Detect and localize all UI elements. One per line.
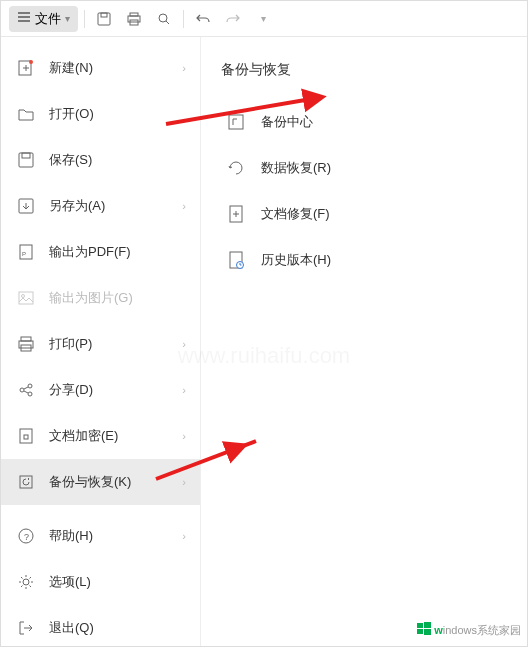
chevron-down-icon[interactable]: ▾ [250,6,276,32]
svg-rect-27 [229,115,243,129]
main-area: 新建(N) › 打开(O) 保存(S) 另存为(A) › P 输出为PDF(F)… [1,37,527,646]
svg-rect-21 [20,429,32,443]
svg-point-7 [29,60,33,64]
svg-rect-23 [20,476,32,488]
redo-icon[interactable] [220,6,246,32]
menu-label: 新建(N) [49,59,182,77]
menu-label: 备份与恢复(K) [49,473,182,491]
backup-panel: 备份与恢复 备份中心 数据恢复(R) 文档修复(F) 历史版本(H) [201,37,527,646]
print-icon[interactable] [121,6,147,32]
watermark: windows系统家园 [416,621,521,640]
svg-text:P: P [22,251,26,257]
menu-item-open[interactable]: 打开(O) [1,91,200,137]
menu-label: 选项(L) [49,573,186,591]
menu-label: 分享(D) [49,381,182,399]
preview-icon[interactable] [151,6,177,32]
svg-rect-9 [22,153,30,158]
menu-item-print[interactable]: 打印(P) › [1,321,200,367]
panel-title: 备份与恢复 [217,61,511,79]
svg-rect-13 [19,292,33,304]
history-icon [225,249,247,271]
menu-item-backup[interactable]: 备份与恢复(K) › [1,459,200,505]
menu-label: 打开(O) [49,105,186,123]
svg-rect-0 [98,13,110,25]
panel-label: 备份中心 [261,113,313,131]
svg-point-14 [22,295,25,298]
menu-item-share[interactable]: 分享(D) › [1,367,200,413]
menu-item-saveas[interactable]: 另存为(A) › [1,183,200,229]
help-icon: ? [15,525,37,547]
svg-rect-22 [24,435,28,439]
svg-rect-37 [417,629,423,634]
watermark-text: 系统家园 [477,624,521,636]
menu-label: 打印(P) [49,335,182,353]
new-icon [15,57,37,79]
share-icon [15,379,37,401]
menu-label: 帮助(H) [49,527,182,545]
menu-item-exit[interactable]: 退出(Q) [1,605,200,647]
watermark-rest: indows [443,624,477,636]
panel-item-history[interactable]: 历史版本(H) [217,237,511,283]
chevron-right-icon: › [182,62,186,74]
svg-point-20 [28,392,32,396]
menu-label: 保存(S) [49,151,186,169]
menu-item-encrypt[interactable]: 文档加密(E) › [1,413,200,459]
chevron-right-icon: › [182,430,186,442]
lock-icon [15,425,37,447]
recovery-icon [225,157,247,179]
backup-center-icon [225,111,247,133]
svg-rect-35 [417,623,423,628]
svg-point-18 [20,388,24,392]
pdf-icon: P [15,241,37,263]
panel-item-document-repair[interactable]: 文档修复(F) [217,191,511,237]
menu-item-options[interactable]: 选项(L) [1,559,200,605]
windows-logo-icon [416,621,432,640]
panel-label: 文档修复(F) [261,205,330,223]
panel-item-backup-center[interactable]: 备份中心 [217,99,511,145]
panel-label: 数据恢复(R) [261,159,331,177]
svg-rect-36 [424,622,431,628]
svg-rect-8 [19,153,33,167]
svg-point-5 [159,14,167,22]
chevron-right-icon: › [182,338,186,350]
menu-item-export-pdf[interactable]: P 输出为PDF(F) [1,229,200,275]
undo-icon[interactable] [190,6,216,32]
toolbar: 文件 ▾ ▾ [1,1,527,37]
chevron-right-icon: › [182,530,186,542]
save-icon[interactable] [91,6,117,32]
panel-label: 历史版本(H) [261,251,331,269]
chevron-right-icon: › [182,476,186,488]
menu-label: 文档加密(E) [49,427,182,445]
backup-icon [15,471,37,493]
chevron-right-icon: › [182,384,186,396]
chevron-right-icon: › [182,200,186,212]
saveas-icon [15,195,37,217]
svg-text:?: ? [24,532,29,542]
menu-item-save[interactable]: 保存(S) [1,137,200,183]
file-menu: 新建(N) › 打开(O) 保存(S) 另存为(A) › P 输出为PDF(F)… [1,37,201,646]
svg-point-19 [28,384,32,388]
menu-label: 退出(Q) [49,619,186,637]
svg-rect-15 [21,337,31,341]
menu-item-export-image: 输出为图片(G) [1,275,200,321]
image-icon [15,287,37,309]
gear-icon [15,571,37,593]
repair-icon [225,203,247,225]
menu-label: 输出为图片(G) [49,289,186,307]
menu-item-new[interactable]: 新建(N) › [1,45,200,91]
watermark-w: w [434,624,443,636]
svg-rect-1 [101,13,107,17]
exit-icon [15,617,37,639]
save-icon [15,149,37,171]
menu-item-help[interactable]: ? 帮助(H) › [1,513,200,559]
menu-label: 另存为(A) [49,197,182,215]
folder-icon [15,103,37,125]
hamburger-icon [17,10,31,27]
svg-point-26 [23,579,29,585]
file-menu-button[interactable]: 文件 ▾ [9,6,78,32]
print-icon [15,333,37,355]
panel-item-data-recovery[interactable]: 数据恢复(R) [217,145,511,191]
svg-rect-38 [424,629,431,635]
chevron-down-icon: ▾ [65,13,70,24]
menu-label: 输出为PDF(F) [49,243,186,261]
